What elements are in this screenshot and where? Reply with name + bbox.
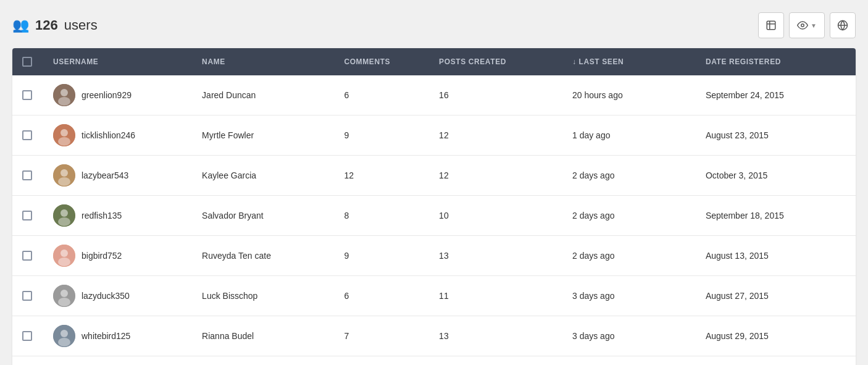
table-row[interactable]: ticklishlion246 Myrtle Fowler 9 12 1 day… [12, 115, 856, 156]
row-checkbox-cell[interactable] [12, 356, 43, 366]
last-seen-text: 2 days ago [572, 170, 615, 180]
registered-date: August 27, 2015 [706, 291, 769, 301]
col-header-name[interactable]: NAME [192, 48, 334, 75]
row-registered-cell: August 23, 2015 [696, 115, 856, 156]
table-row[interactable]: whitebird125 Rianna Budel 7 13 3 days ag… [12, 316, 856, 356]
username-text: lazybear543 [81, 170, 128, 180]
row-checkbox-cell[interactable] [12, 196, 43, 236]
avatar-image [53, 124, 75, 146]
row-registered-cell: September 18, 2015 [696, 196, 856, 236]
row-checkbox[interactable] [22, 331, 32, 341]
name-text: Salvador Bryant [202, 211, 264, 220]
row-name-cell: Luck Bisschop [192, 276, 334, 316]
name-text: Luck Bisschop [202, 291, 257, 301]
svg-point-8 [58, 97, 70, 106]
table-row[interactable]: lazyduck350 Luck Bisschop 6 11 3 days ag… [12, 276, 856, 316]
posts-count: 16 [439, 90, 449, 100]
svg-point-20 [58, 258, 70, 266]
title-suffix: users [64, 17, 98, 33]
row-checkbox-cell[interactable] [12, 236, 43, 276]
row-posts-cell: 16 [429, 75, 562, 115]
col-header-comments[interactable]: COMMENTS [334, 48, 429, 75]
row-posts-cell: 11 [429, 276, 562, 316]
row-lastseen-cell: 3 days ago [562, 276, 696, 316]
col-header-posts[interactable]: POSTS CREATED [429, 48, 562, 75]
posts-count: 12 [439, 130, 449, 140]
row-username-cell: ticklishlion246 [43, 115, 192, 156]
export-icon [766, 20, 777, 31]
row-checkbox-cell[interactable] [12, 115, 43, 156]
registered-date: September 24, 2015 [706, 90, 784, 100]
username-text: redfish135 [81, 211, 122, 220]
row-posts-cell: 14 [429, 356, 562, 366]
row-comments-cell: 8 [334, 196, 429, 236]
row-name-cell: Angela Hunter [192, 356, 334, 366]
last-seen-text: 2 days ago [572, 251, 615, 261]
table-body: greenlion929 Jared Duncan 6 16 20 hours … [12, 75, 856, 365]
row-comments-cell: 7 [334, 316, 429, 356]
row-checkbox[interactable] [22, 211, 32, 220]
page-wrapper: 👥 126 users ▼ [0, 0, 868, 365]
row-checkbox[interactable] [22, 291, 32, 301]
row-checkbox[interactable] [22, 130, 32, 140]
table-row[interactable]: bigbird752 Ruveyda Ten cate 9 13 2 days … [12, 236, 856, 276]
eye-icon [797, 20, 808, 31]
row-checkbox-cell[interactable] [12, 75, 43, 115]
row-username-cell: lazybear543 [43, 156, 192, 196]
view-button[interactable]: ▼ [789, 12, 825, 38]
posts-count: 11 [439, 291, 449, 301]
settings-button[interactable] [830, 12, 856, 38]
row-checkbox-cell[interactable] [12, 276, 43, 316]
registered-date: October 3, 2015 [706, 170, 767, 180]
col-checkbox[interactable] [12, 48, 43, 75]
col-header-username[interactable]: USERNAME [43, 48, 192, 75]
header: 👥 126 users ▼ [12, 12, 856, 38]
row-checkbox[interactable] [22, 170, 32, 180]
table-row[interactable]: brownbear112 Angela Hunter 6 14 3 days a… [12, 356, 856, 366]
table-row[interactable]: lazybear543 Kaylee Garcia 12 12 2 days a… [12, 156, 856, 196]
row-checkbox[interactable] [22, 90, 32, 100]
table-row[interactable]: greenlion929 Jared Duncan 6 16 20 hours … [12, 75, 856, 115]
svg-point-19 [61, 250, 68, 257]
row-lastseen-cell: 2 days ago [562, 196, 696, 236]
row-posts-cell: 12 [429, 115, 562, 156]
users-icon: 👥 [12, 17, 29, 33]
svg-point-13 [61, 169, 68, 177]
name-text: Kaylee Garcia [202, 170, 256, 180]
avatar [53, 325, 75, 347]
svg-point-25 [61, 330, 68, 337]
posts-count: 12 [439, 170, 449, 180]
row-registered-cell: October 3, 2015 [696, 156, 856, 196]
row-checkbox[interactable] [22, 251, 32, 261]
name-text: Ruveyda Ten cate [202, 251, 271, 261]
registered-date: September 18, 2015 [706, 211, 784, 220]
col-header-lastseen[interactable]: ↓ LAST SEEN [562, 48, 696, 75]
select-all-checkbox[interactable] [22, 57, 32, 67]
row-lastseen-cell: 2 days ago [562, 236, 696, 276]
row-posts-cell: 12 [429, 156, 562, 196]
row-username-cell: redfish135 [43, 196, 192, 236]
avatar-image [53, 164, 75, 187]
row-checkbox-cell[interactable] [12, 316, 43, 356]
registered-date: August 29, 2015 [706, 331, 769, 341]
username-text: ticklishlion246 [81, 130, 135, 140]
row-lastseen-cell: 1 day ago [562, 115, 696, 156]
export-button[interactable] [758, 12, 784, 38]
svg-point-17 [58, 217, 70, 226]
last-seen-text: 3 days ago [572, 291, 615, 301]
row-posts-cell: 13 [429, 236, 562, 276]
svg-point-23 [58, 298, 70, 306]
row-username-cell: greenlion929 [43, 75, 192, 115]
avatar-image [53, 204, 75, 227]
col-header-registered[interactable]: DATE REGISTERED [696, 48, 856, 75]
posts-count: 13 [439, 331, 449, 341]
avatar-image [53, 325, 75, 347]
svg-point-26 [58, 338, 70, 346]
row-checkbox-cell[interactable] [12, 156, 43, 196]
header-actions: ▼ [758, 12, 856, 38]
table-row[interactable]: redfish135 Salvador Bryant 8 10 2 days a… [12, 196, 856, 236]
row-comments-cell: 9 [334, 115, 429, 156]
table-header: USERNAME NAME COMMENTS POSTS CREATED ↓ L… [12, 48, 856, 75]
row-name-cell: Rianna Budel [192, 316, 334, 356]
row-comments-cell: 6 [334, 276, 429, 316]
